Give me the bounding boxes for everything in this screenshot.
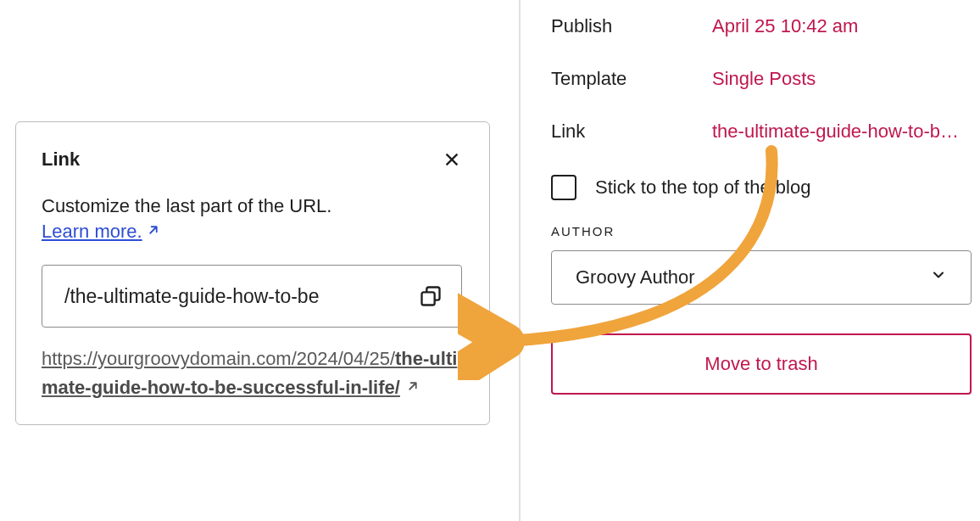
close-button[interactable] bbox=[440, 148, 464, 171]
author-select[interactable]: Groovy Author bbox=[551, 250, 972, 305]
chevron-down-icon bbox=[930, 266, 947, 289]
external-link-icon bbox=[146, 221, 161, 243]
author-section-label: AUTHOR bbox=[551, 224, 980, 238]
template-row[interactable]: Template Single Posts bbox=[551, 53, 980, 105]
link-label: Link bbox=[551, 120, 712, 143]
svg-rect-3 bbox=[422, 292, 435, 305]
move-to-trash-button[interactable]: Move to trash bbox=[551, 333, 972, 395]
trash-label: Move to trash bbox=[704, 353, 817, 375]
template-label: Template bbox=[551, 68, 712, 90]
author-value: Groovy Author bbox=[576, 266, 695, 289]
full-url-link[interactable]: https://yourgroovydomain.com/2024/04/25/… bbox=[42, 345, 464, 402]
copy-button[interactable] bbox=[415, 281, 446, 311]
learn-more-link[interactable]: Learn more. bbox=[42, 221, 161, 243]
link-value: the-ultimate-guide-how-to-be-successful-… bbox=[712, 120, 966, 143]
sticky-checkbox[interactable] bbox=[551, 175, 576, 200]
link-popover: Link Customize the last part of the URL.… bbox=[15, 121, 490, 425]
slug-input[interactable] bbox=[64, 285, 415, 308]
sticky-row[interactable]: Stick to the top of the blog bbox=[551, 158, 980, 224]
template-value: Single Posts bbox=[712, 68, 816, 90]
copy-icon bbox=[419, 284, 443, 308]
settings-sidebar: Publish April 25 10:42 am Template Singl… bbox=[519, 0, 980, 521]
popover-title: Link bbox=[42, 148, 80, 171]
sticky-label: Stick to the top of the blog bbox=[595, 176, 810, 199]
slug-field bbox=[42, 265, 462, 328]
publish-label: Publish bbox=[551, 15, 712, 37]
link-row[interactable]: Link the-ultimate-guide-how-to-be-succes… bbox=[551, 105, 980, 158]
close-icon bbox=[443, 150, 461, 169]
popover-desc: Customize the last part of the URL. bbox=[42, 195, 464, 217]
publish-value: April 25 10:42 am bbox=[712, 15, 858, 37]
url-prefix: https://yourgroovydomain.com/2024/04/25/ bbox=[42, 348, 395, 369]
external-link-icon bbox=[405, 377, 420, 398]
learn-more-text: Learn more. bbox=[42, 221, 142, 243]
publish-row[interactable]: Publish April 25 10:42 am bbox=[551, 0, 980, 53]
